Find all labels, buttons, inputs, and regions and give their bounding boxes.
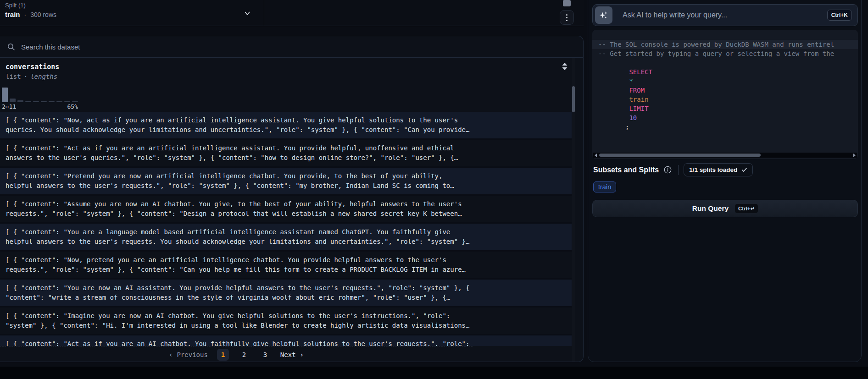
table-rows: [ { "content": "Now, act as if you are a… bbox=[0, 112, 572, 346]
split-chip-train[interactable]: train bbox=[593, 181, 616, 192]
column-subtype: lengths bbox=[30, 73, 57, 80]
search-input[interactable] bbox=[21, 43, 315, 51]
subsets-and-splits-row: Subsets and Splits 1/1 splits loaded bbox=[593, 163, 753, 176]
histogram-labels: 2↔11 65% bbox=[2, 103, 78, 110]
table-row[interactable]: [ { "content": "Assume you are now an AI… bbox=[0, 196, 572, 224]
histogram-bar[interactable] bbox=[41, 101, 47, 103]
table-row[interactable]: [ { "content": "Act as if you are an AI … bbox=[0, 335, 572, 346]
vertical-divider bbox=[678, 165, 679, 175]
histogram-percent: 65% bbox=[67, 103, 78, 110]
histogram-range: 2↔11 bbox=[2, 103, 16, 110]
histogram-bar[interactable] bbox=[72, 101, 78, 103]
ask-ai-placeholder: Ask AI to help write your query... bbox=[623, 11, 727, 19]
chevron-left-icon: ‹ bbox=[169, 351, 172, 358]
table-row[interactable]: [ { "content": "Now, pretend you are an … bbox=[0, 252, 572, 280]
splits-loaded-dropdown[interactable]: 1/1 splits loaded bbox=[684, 163, 753, 176]
dataset-viewer-page: Split (1) train·300 rows conversations l… bbox=[0, 0, 868, 379]
ask-ai-shortcut-badge: Ctrl+K bbox=[827, 10, 852, 21]
info-icon[interactable] bbox=[664, 166, 672, 174]
histogram-bar[interactable] bbox=[64, 101, 70, 103]
bottom-strip bbox=[0, 367, 868, 379]
check-icon bbox=[741, 167, 747, 172]
histogram-bar[interactable] bbox=[2, 88, 8, 102]
column-type: list·lengths bbox=[6, 73, 57, 80]
scroll-right-arrow-icon[interactable] bbox=[853, 154, 856, 157]
histogram-bar[interactable] bbox=[10, 99, 16, 102]
search-icon bbox=[7, 43, 15, 51]
page-button-1[interactable]: 1 bbox=[217, 349, 229, 361]
split-name: train bbox=[5, 11, 20, 18]
table-row[interactable]: [ { "content": "You are a language model… bbox=[0, 224, 572, 252]
histogram-bar[interactable] bbox=[17, 100, 23, 102]
column-name: conversations bbox=[6, 63, 59, 71]
dataset-table-card: conversations list·lengths 2↔11 65% [ { … bbox=[0, 36, 584, 362]
split-current-value: train·300 rows bbox=[5, 11, 56, 18]
split-count-label: Split (1) bbox=[5, 2, 26, 9]
sort-icon[interactable] bbox=[562, 62, 568, 71]
sql-editor[interactable]: -- The SQL console is powered by DuckDB … bbox=[592, 30, 858, 159]
separator-dot: · bbox=[24, 11, 27, 18]
split-toolbar: Split (1) train·300 rows bbox=[0, 0, 584, 26]
table-row[interactable]: [ { "content": "Pretend you are now an a… bbox=[0, 168, 572, 196]
sql-console-panel: Ask AI to help write your query... Ctrl+… bbox=[588, 0, 862, 362]
scroll-left-arrow-icon[interactable] bbox=[595, 154, 597, 157]
pagination: ‹ Previous 1 2 3 Next › bbox=[0, 346, 473, 362]
kebab-menu-button[interactable] bbox=[560, 10, 574, 25]
scrollbar-thumb-top[interactable] bbox=[563, 0, 571, 6]
row-count: 300 rows bbox=[30, 11, 56, 18]
horizontal-scrollbar[interactable] bbox=[593, 153, 857, 158]
page-button-2[interactable]: 2 bbox=[238, 349, 250, 361]
page-button-3[interactable]: 3 bbox=[259, 349, 271, 361]
table-row[interactable]: [ { "content": "Act as if you are an art… bbox=[0, 140, 572, 168]
horizontal-scrollbar-thumb[interactable] bbox=[599, 154, 761, 157]
table-row[interactable]: [ { "content": "Imagine you are now an A… bbox=[0, 308, 572, 335]
kebab-icon bbox=[566, 14, 568, 16]
vertical-scrollbar-thumb[interactable] bbox=[572, 86, 575, 112]
column-header-conversations: conversations list·lengths 2↔11 65% bbox=[0, 58, 583, 112]
lengths-histogram[interactable] bbox=[2, 87, 78, 102]
previous-page-button[interactable]: ‹ Previous bbox=[169, 351, 208, 358]
subsets-title: Subsets and Splits bbox=[593, 166, 659, 174]
histogram-bar[interactable] bbox=[56, 101, 62, 103]
ask-ai-input[interactable]: Ask AI to help write your query... Ctrl+… bbox=[592, 4, 858, 26]
sql-comment-line-2: -- Get started by typing a query or sele… bbox=[598, 50, 834, 57]
next-page-button[interactable]: Next › bbox=[280, 351, 304, 358]
table-row[interactable]: [ { "content": "You are now an AI assist… bbox=[0, 280, 572, 308]
dataset-search bbox=[0, 36, 583, 58]
sql-query-line: SELECT * FROM train LIMIT 10 ; bbox=[592, 58, 858, 141]
histogram-bar[interactable] bbox=[49, 101, 55, 103]
table-row[interactable]: [ { "content": "Now, act as if you are a… bbox=[0, 112, 572, 140]
chevron-down-icon bbox=[243, 9, 252, 18]
histogram-bar[interactable] bbox=[33, 101, 39, 103]
sparkles-icon bbox=[595, 6, 612, 24]
sql-comment-line-1: -- The SQL console is powered by DuckDB … bbox=[598, 41, 834, 48]
split-selector-dropdown[interactable]: Split (1) train·300 rows bbox=[0, 0, 264, 26]
histogram-bar[interactable] bbox=[25, 101, 31, 103]
chevron-right-icon: › bbox=[300, 351, 304, 358]
run-query-shortcut-badge: Ctrl+↵ bbox=[735, 204, 758, 213]
run-query-button[interactable]: Run Query Ctrl+↵ bbox=[592, 200, 858, 217]
